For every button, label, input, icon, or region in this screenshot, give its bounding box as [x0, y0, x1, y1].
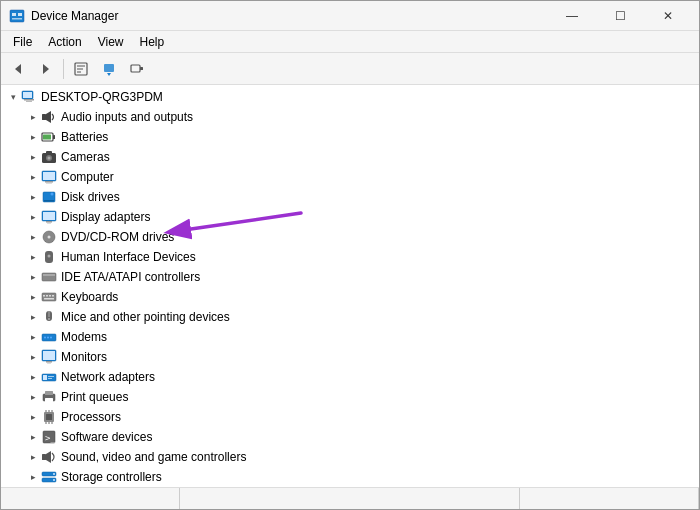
- svg-point-41: [48, 255, 51, 258]
- item-label: Modems: [61, 330, 107, 344]
- tree-children: ▸Audio inputs and outputs▸Batteries▸Came…: [1, 107, 699, 487]
- maximize-button[interactable]: ☐: [597, 1, 643, 31]
- svg-rect-16: [24, 99, 34, 101]
- item-label: Audio inputs and outputs: [61, 110, 193, 124]
- menu-view[interactable]: View: [90, 33, 132, 51]
- item-label: Storage controllers: [61, 470, 162, 484]
- menu-help[interactable]: Help: [132, 33, 173, 51]
- modem-icon: [41, 329, 57, 345]
- expand-btn[interactable]: ▸: [25, 289, 41, 305]
- svg-rect-28: [43, 172, 55, 180]
- expand-btn[interactable]: ▸: [25, 409, 41, 425]
- expand-root[interactable]: ▾: [5, 89, 21, 105]
- svg-rect-59: [46, 361, 52, 363]
- expand-btn[interactable]: ▸: [25, 209, 41, 225]
- tree-item[interactable]: ▸Cameras: [1, 147, 699, 167]
- item-label: Network adapters: [61, 370, 155, 384]
- svg-rect-18: [42, 114, 46, 120]
- expand-btn[interactable]: ▸: [25, 389, 41, 405]
- tree-item[interactable]: ▸IDE ATA/ATAPI controllers: [1, 267, 699, 287]
- toolbar-forward-button[interactable]: [33, 56, 59, 82]
- toolbar-back-button[interactable]: [5, 56, 31, 82]
- minimize-button[interactable]: —: [549, 1, 595, 31]
- status-bar: [1, 487, 699, 509]
- svg-rect-35: [43, 212, 55, 220]
- expand-btn[interactable]: ▸: [25, 449, 41, 465]
- expand-btn[interactable]: ▸: [25, 329, 41, 345]
- expand-btn[interactable]: ▸: [25, 429, 41, 445]
- close-button[interactable]: ✕: [645, 1, 691, 31]
- monitor-icon: [41, 349, 57, 365]
- tree-item[interactable]: ▸Processors: [1, 407, 699, 427]
- svg-rect-43: [43, 274, 55, 276]
- status-segment-3: [520, 488, 699, 509]
- audio-icon: [41, 109, 57, 125]
- print-icon: [41, 389, 57, 405]
- tree-item[interactable]: ▸Batteries: [1, 127, 699, 147]
- item-label: DVD/CD-ROM drives: [61, 230, 174, 244]
- expand-btn[interactable]: ▸: [25, 169, 41, 185]
- expand-btn[interactable]: ▸: [25, 109, 41, 125]
- svg-rect-37: [47, 223, 51, 224]
- svg-point-83: [53, 479, 55, 481]
- expand-btn[interactable]: ▸: [25, 269, 41, 285]
- tree-item[interactable]: ▸DVD/CD-ROM drives: [1, 227, 699, 247]
- menu-file[interactable]: File: [5, 33, 40, 51]
- tree-item[interactable]: ▸Modems: [1, 327, 699, 347]
- svg-point-39: [48, 236, 51, 239]
- computer-icon: [41, 169, 57, 185]
- expand-btn[interactable]: ▸: [25, 349, 41, 365]
- tree-item[interactable]: ▸Keyboards: [1, 287, 699, 307]
- network-icon: [41, 369, 57, 385]
- expand-btn[interactable]: ▸: [25, 129, 41, 145]
- tree-item[interactable]: ▸Display adapters: [1, 207, 699, 227]
- status-segment-1: [1, 488, 180, 509]
- menu-action[interactable]: Action: [40, 33, 89, 51]
- toolbar-update-button[interactable]: [96, 56, 122, 82]
- expand-btn[interactable]: ▸: [25, 309, 41, 325]
- item-label: Computer: [61, 170, 114, 184]
- expand-btn[interactable]: ▸: [25, 369, 41, 385]
- tree-item[interactable]: ▸Human Interface Devices: [1, 247, 699, 267]
- expand-btn[interactable]: ▸: [25, 149, 41, 165]
- expand-btn[interactable]: ▸: [25, 249, 41, 265]
- window-title: Device Manager: [31, 9, 549, 23]
- svg-rect-3: [12, 18, 22, 20]
- tree-item[interactable]: ▸Computer: [1, 167, 699, 187]
- tree-item[interactable]: ▸Disk drives: [1, 187, 699, 207]
- keyboard-icon: [41, 289, 57, 305]
- content-area[interactable]: ▾ DESKTOP-QRG3PDM ▸Audio inputs and outp…: [1, 85, 699, 487]
- tree-item[interactable]: ▸Monitors: [1, 347, 699, 367]
- tree-item[interactable]: ▸Print queues: [1, 387, 699, 407]
- tree-item[interactable]: ▸Sound, video and game controllers: [1, 447, 699, 467]
- svg-marker-5: [43, 64, 49, 74]
- tree-item[interactable]: ▸>_Software devices: [1, 427, 699, 447]
- proc-icon: [41, 409, 57, 425]
- expand-btn[interactable]: ▸: [25, 469, 41, 485]
- tree-root[interactable]: ▾ DESKTOP-QRG3PDM: [1, 87, 699, 107]
- item-label: Display adapters: [61, 210, 150, 224]
- item-label: IDE ATA/ATAPI controllers: [61, 270, 200, 284]
- tree-item[interactable]: ▸Mice and other pointing devices: [1, 307, 699, 327]
- svg-rect-22: [43, 135, 51, 140]
- svg-point-25: [48, 157, 51, 160]
- tree-item[interactable]: ▸Storage controllers: [1, 467, 699, 487]
- item-label: Keyboards: [61, 290, 118, 304]
- item-label: Cameras: [61, 150, 110, 164]
- svg-rect-62: [43, 375, 47, 380]
- expand-btn[interactable]: ▸: [25, 229, 41, 245]
- item-label: Monitors: [61, 350, 107, 364]
- svg-point-33: [51, 193, 54, 196]
- expand-btn[interactable]: ▸: [25, 189, 41, 205]
- toolbar-properties-button[interactable]: [68, 56, 94, 82]
- toolbar-scan-button[interactable]: [124, 56, 150, 82]
- camera-icon: [41, 149, 57, 165]
- svg-rect-60: [47, 363, 51, 364]
- item-label: Disk drives: [61, 190, 120, 204]
- tree-item[interactable]: ▸Network adapters: [1, 367, 699, 387]
- ide-icon: [41, 269, 57, 285]
- svg-rect-13: [140, 67, 143, 70]
- root-label: DESKTOP-QRG3PDM: [41, 90, 163, 104]
- tree-item[interactable]: ▸Audio inputs and outputs: [1, 107, 699, 127]
- svg-rect-45: [43, 295, 45, 297]
